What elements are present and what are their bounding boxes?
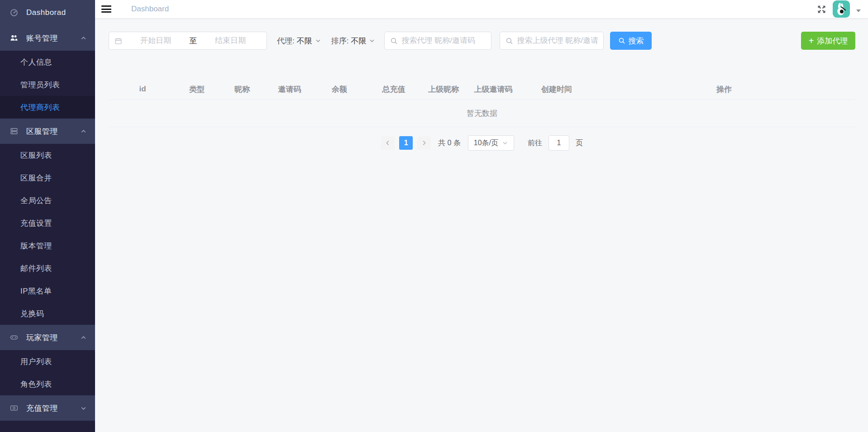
sidebar-item-server-list[interactable]: 区服列表 [0,144,95,166]
table-empty-row: 暂无数据 [109,100,855,127]
sidebar-item-label: 用户列表 [20,356,52,367]
parent-agent-search-input[interactable] [517,36,598,45]
column-header-2: 昵称 [217,84,267,95]
sidebar-item-label: 管理员列表 [20,80,60,90]
add-agent-button[interactable]: + 添加代理 [801,32,855,50]
previous-page-button[interactable] [381,136,395,150]
empty-state-text: 暂无数据 [467,108,497,119]
sidebar-item-server-management[interactable]: 区服管理 [0,119,95,144]
search-button[interactable]: 搜索 [610,32,652,50]
sidebar-item-label: 账号管理 [26,33,58,43]
sidebar: Dashborad账号管理个人信息管理员列表代理商列表区服管理区服列表区服合并全… [0,0,95,432]
sidebar-item-dashboard[interactable]: Dashborad [0,0,95,25]
sidebar-item-admin-list[interactable]: 管理员列表 [0,73,95,96]
sort-filter-label: 排序: [331,36,349,46]
sidebar-item-personal-info[interactable]: 个人信息 [0,51,95,73]
chevron-down-icon [369,38,375,44]
sidebar-item-mail-list[interactable]: 邮件列表 [0,257,95,280]
sidebar-item-server-merge[interactable]: 区服合并 [0,166,95,189]
search-icon [390,37,398,45]
sidebar-item-label: 全局公告 [20,195,52,206]
gauge-icon [10,8,19,17]
sidebar-item-player-management[interactable]: 玩家管理 [0,325,95,350]
table-header-row: id类型昵称邀请码余额总充值上级昵称上级邀请码创建时间操作 [109,79,855,100]
sidebar-item-global-announcement[interactable]: 全局公告 [0,189,95,212]
date-range-picker[interactable]: 至 [109,32,267,50]
filter-row: 至 代理: 不限 排序: 不限 [109,32,855,50]
chevron-down-icon[interactable] [856,9,861,12]
page-size-select[interactable]: 10条/页 [468,135,514,151]
sidebar-item-label: 区服管理 [26,126,58,137]
sidebar-item-label: Dashborad [26,8,66,17]
content: 至 代理: 不限 排序: 不限 [95,19,868,432]
sidebar-item-label: 版本管理 [20,241,52,251]
sidebar-item-label: 区服合并 [20,173,52,183]
chevron-down-icon [80,405,87,412]
goto-page-input[interactable] [548,135,569,151]
chevron-up-icon [80,128,87,135]
agent-filter-label: 代理: [277,36,295,46]
fullscreen-icon[interactable] [817,5,826,14]
gamepad-icon [10,333,19,342]
money-icon [10,404,19,413]
chevron-down-icon [502,140,508,146]
topbar: Dashboard [95,0,868,19]
agents-table: id类型昵称邀请码余额总充值上级昵称上级邀请码创建时间操作 暂无数据 [109,79,855,127]
sidebar-item-label: 充值设置 [20,218,52,228]
sort-filter-select[interactable]: 排序: 不限 [331,36,376,46]
chevron-down-icon [315,38,321,44]
column-header-9: 操作 [593,84,855,95]
sidebar-filler [0,421,95,432]
sidebar-item-account-management[interactable]: 账号管理 [0,25,95,51]
agent-filter-select[interactable]: 代理: 不限 [277,36,321,46]
date-separator: 至 [186,36,200,46]
avatar[interactable] [833,0,850,18]
end-date-input[interactable] [200,36,261,45]
goto-label: 前往 [528,138,542,148]
topbar-right [817,0,861,18]
parent-agent-search-box [500,32,604,50]
sidebar-item-version-management[interactable]: 版本管理 [0,234,95,257]
total-count-text: 共 0 条 [438,138,461,148]
breadcrumb[interactable]: Dashboard [131,5,169,14]
sidebar-item-label: 代理商列表 [20,102,60,113]
column-header-5: 总充值 [367,84,421,95]
main-area: Dashboard [95,0,868,432]
search-icon [506,37,513,45]
column-header-7: 上级邀请码 [466,84,520,95]
sidebar-item-user-list[interactable]: 用户列表 [0,350,95,373]
sidebar-item-label: IP黑名单 [20,286,52,296]
sidebar-item-recharge-management[interactable]: 充值管理 [0,395,95,421]
hamburger-icon[interactable] [101,5,111,13]
sidebar-item-label: 充值管理 [26,403,58,413]
sidebar-item-label: 个人信息 [20,57,52,67]
agent-filter-value: 不限 [297,36,312,46]
search-icon [618,37,625,44]
sidebar-item-agent-list[interactable]: 代理商列表 [0,96,95,119]
pagination: 1 共 0 条 10条/页 前往 页 [109,135,855,151]
sidebar-item-label: 兑换码 [20,309,44,319]
agent-search-input[interactable] [401,36,486,45]
calendar-icon [114,37,122,45]
column-header-3: 邀请码 [267,84,312,95]
page-number-button[interactable]: 1 [399,136,413,150]
column-header-6: 上级昵称 [421,84,466,95]
sidebar-item-role-list[interactable]: 角色列表 [0,373,95,395]
chevron-up-icon [80,334,87,341]
sidebar-item-recharge-settings[interactable]: 充值设置 [0,212,95,234]
column-header-8: 创建时间 [520,84,593,95]
next-page-button[interactable] [417,136,431,150]
start-date-input[interactable] [125,36,186,45]
column-header-4: 余额 [312,84,367,95]
goto-suffix: 页 [576,138,583,148]
sidebar-item-ip-blacklist[interactable]: IP黑名单 [0,280,95,302]
agent-search-box [384,32,491,50]
sidebar-item-label: 区服列表 [20,150,52,161]
server-icon [10,127,19,136]
users-icon [10,33,19,43]
sidebar-item-label: 角色列表 [20,379,52,389]
column-header-0: id [109,85,176,94]
column-header-1: 类型 [176,84,217,95]
sidebar-item-redeem-code[interactable]: 兑换码 [0,302,95,325]
sidebar-item-label: 玩家管理 [26,332,58,343]
